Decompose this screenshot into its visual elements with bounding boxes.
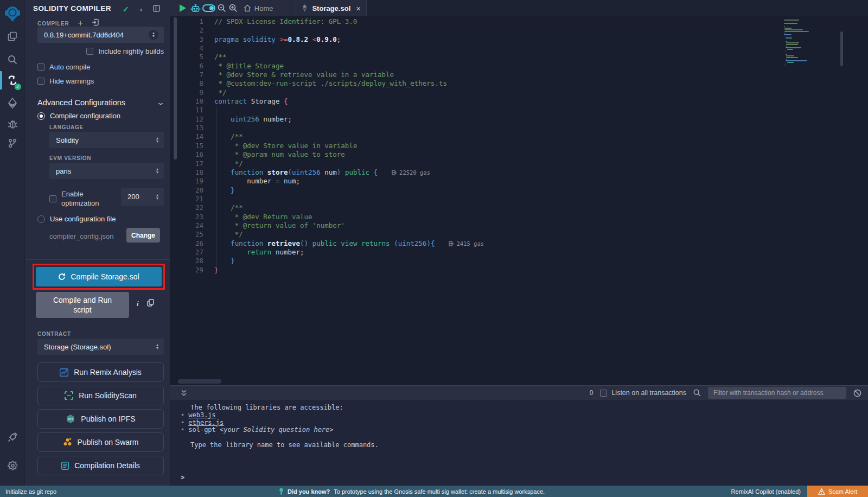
run-remix-analysis-button[interactable]: Run Remix Analysis: [37, 362, 164, 382]
action-button-label: Publish on IPFS: [81, 415, 135, 423]
ethers-link[interactable]: ethers.js: [188, 419, 224, 427]
settings-gear-icon[interactable]: [0, 456, 25, 475]
gutter: 1234567891011121314151617181920212223242…: [170, 17, 203, 275]
terminal-search-icon[interactable]: [693, 389, 701, 397]
version-stepper-icon: ▴▾: [149, 30, 158, 40]
activity-bar: ✓: [0, 0, 25, 486]
zoom-out-icon[interactable]: [216, 0, 227, 16]
git-icon[interactable]: [0, 134, 25, 152]
terminal-list-item: • ethers.js: [181, 419, 379, 427]
code-line: return number;: [214, 248, 808, 257]
select-caret-icon: ▴▾: [156, 137, 158, 143]
deploy-run-icon[interactable]: [0, 94, 25, 112]
terminal-intro: The following libraries are accessible:: [181, 404, 379, 412]
compile-and-run-button[interactable]: Compile and Run script: [36, 292, 129, 318]
contract-section-label: CONTRACT: [37, 331, 71, 337]
hide-warnings-row: Hide warnings: [37, 77, 94, 85]
config-file-name: compiler_config.json: [49, 232, 114, 240]
chevron-down-icon[interactable]: ⌄: [156, 99, 165, 106]
refresh-icon: [58, 273, 66, 281]
tip-label: Did you know?: [288, 488, 330, 495]
code-line: * @title Storage: [214, 62, 808, 71]
tab-storage-sol[interactable]: Storage.sol ×: [296, 0, 367, 16]
git-init-status[interactable]: Initialize as git repo: [5, 488, 56, 495]
close-tab-icon[interactable]: ×: [356, 4, 361, 13]
transaction-filter-input[interactable]: [708, 387, 846, 399]
copilot-status[interactable]: RemixAI Copilot (enabled): [731, 488, 801, 495]
web3-link[interactable]: web3.js: [188, 412, 216, 419]
copy-icon[interactable]: [147, 299, 154, 309]
contract-select[interactable]: Storage (Storage.sol) ▴▾: [37, 339, 164, 355]
code-line: [214, 26, 808, 35]
file-explorer-icon[interactable]: [0, 27, 25, 46]
home-tab[interactable]: Home: [239, 0, 278, 16]
terminal-list-item: • sol-gpt <your Solidity question here>: [181, 426, 379, 434]
details-icon: [61, 462, 69, 470]
svg-text:IPFS: IPFS: [68, 418, 73, 420]
scam-alert-button[interactable]: Scam Alert: [807, 486, 868, 497]
compiler-version-select[interactable]: 0.8.19+commit.7dd6d404 ▴▾: [37, 27, 164, 43]
solidity-compiler-icon[interactable]: ✓: [0, 71, 25, 90]
enable-optimization-row: Enable optimization: [49, 189, 111, 208]
editor-toolbar: Home Storage.sol ×: [177, 0, 868, 16]
run-script-play-button[interactable]: [177, 0, 189, 16]
code-line: [214, 106, 808, 114]
run-solidityscan-button[interactable]: Run SolidityScan: [37, 386, 164, 405]
lightbulb-icon: [279, 488, 284, 495]
code-line: * @dev Return value: [214, 213, 808, 221]
code-line: */: [214, 88, 808, 97]
optimization-runs-input[interactable]: 200 ▴▾: [121, 188, 164, 206]
horizontal-scrollbar[interactable]: [178, 379, 221, 384]
collapse-chevron-icon[interactable]: ›: [140, 5, 142, 14]
compiler-configuration-radio[interactable]: [37, 112, 45, 120]
minimap-slider[interactable]: [840, 31, 843, 66]
plugin-manager-icon[interactable]: [0, 428, 25, 446]
terminal-prompt[interactable]: >: [181, 474, 184, 481]
compiler-version-value: 0.8.19+commit.7dd6d404: [44, 31, 124, 39]
publish-on-swarm-button[interactable]: Publish on Swarm: [37, 432, 164, 452]
evm-version-select[interactable]: paris ▴▾: [49, 163, 164, 179]
compiled-check-icon: ✓: [123, 5, 129, 14]
nightly-builds-checkbox[interactable]: [86, 48, 93, 55]
change-config-button[interactable]: Change: [126, 228, 160, 243]
auto-compile-row: Auto compile: [37, 63, 90, 71]
code-line: [214, 195, 808, 203]
nightly-builds-label: Include nightly builds: [98, 47, 164, 55]
collapse-terminal-icon[interactable]: [181, 390, 187, 397]
action-button-label: Compilation Details: [74, 461, 140, 470]
terminal[interactable]: The following libraries are accessible: …: [170, 400, 868, 486]
code-line: * @custom:dev-run-script ./scripts/deplo…: [214, 79, 808, 88]
info-icon[interactable]: i: [137, 300, 139, 308]
remix-logo-icon[interactable]: [0, 4, 25, 24]
compilation-details-button[interactable]: Compilation Details: [37, 456, 164, 475]
compile-button[interactable]: Compile Storage.sol: [36, 267, 162, 286]
action-button-label: Run Remix Analysis: [74, 368, 142, 377]
advanced-configurations-title[interactable]: Advanced Configurations: [37, 98, 125, 107]
remix-ide-window: ✓ SOLIDITY COMPILER ✓ › COMPILER +: [0, 0, 868, 497]
copilot-toggle[interactable]: [202, 0, 216, 16]
bullet-icon: •: [181, 419, 184, 427]
clear-console-icon[interactable]: [853, 389, 861, 397]
gas-estimate: 22520 gas: [392, 168, 430, 177]
ai-copilot-robot-icon[interactable]: [189, 0, 202, 16]
select-caret-icon: ▴▾: [156, 168, 158, 174]
enable-optimization-checkbox[interactable]: [49, 195, 56, 202]
auto-compile-checkbox[interactable]: [37, 63, 44, 71]
search-icon[interactable]: [0, 50, 25, 69]
pin-panel-icon[interactable]: [153, 4, 160, 14]
use-config-file-radio[interactable]: [37, 215, 45, 223]
contract-value: Storage (Storage.sol): [44, 343, 111, 351]
panel-title: SOLIDITY COMPILER: [33, 4, 111, 12]
language-select[interactable]: Solidity ▴▾: [49, 132, 164, 148]
listen-transactions-checkbox[interactable]: [600, 390, 607, 397]
solidity-compiler-panel: SOLIDITY COMPILER ✓ › COMPILER + 0.8.19+…: [25, 0, 176, 486]
status-bar: Initialize as git repo Did you know? To …: [0, 486, 868, 497]
code-editor[interactable]: 1234567891011121314151617181920212223242…: [170, 16, 868, 385]
evm-version-value: paris: [56, 167, 71, 175]
hide-warnings-checkbox[interactable]: [37, 78, 44, 85]
code-line: * @dev Store & retrieve value in a varia…: [214, 71, 808, 79]
debugger-icon[interactable]: [0, 115, 25, 133]
minimap[interactable]: [784, 20, 838, 67]
zoom-in-icon[interactable]: [228, 0, 239, 16]
publish-on-ipfs-button[interactable]: IPFS Publish on IPFS: [37, 409, 164, 429]
